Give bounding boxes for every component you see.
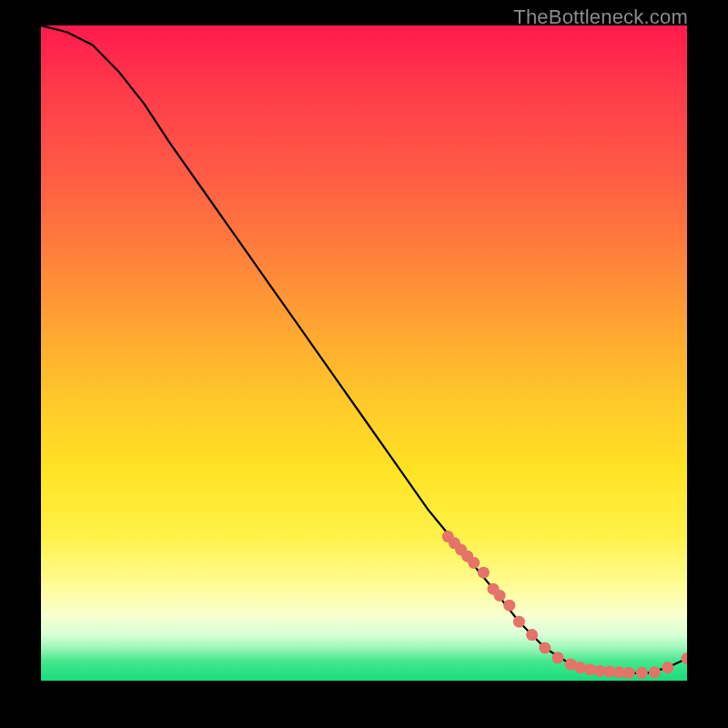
marker-point <box>526 629 538 641</box>
marker-point <box>539 642 551 654</box>
marker-point <box>623 667 635 679</box>
marker-point <box>494 590 506 602</box>
marker-point <box>552 652 564 663</box>
marker-point <box>513 616 525 628</box>
chart-svg <box>41 25 687 681</box>
marker-point <box>682 652 688 664</box>
marker-point <box>662 662 673 673</box>
marker-point <box>478 567 490 579</box>
plot-area <box>41 25 687 681</box>
chart-frame: TheBottleneck.com <box>0 0 728 728</box>
marker-point <box>503 600 515 612</box>
marker-point <box>636 667 648 679</box>
marker-point <box>468 557 480 569</box>
bottleneck-curve-path <box>41 25 687 673</box>
marker-point <box>649 666 661 678</box>
highlighted-points-group <box>442 531 687 679</box>
